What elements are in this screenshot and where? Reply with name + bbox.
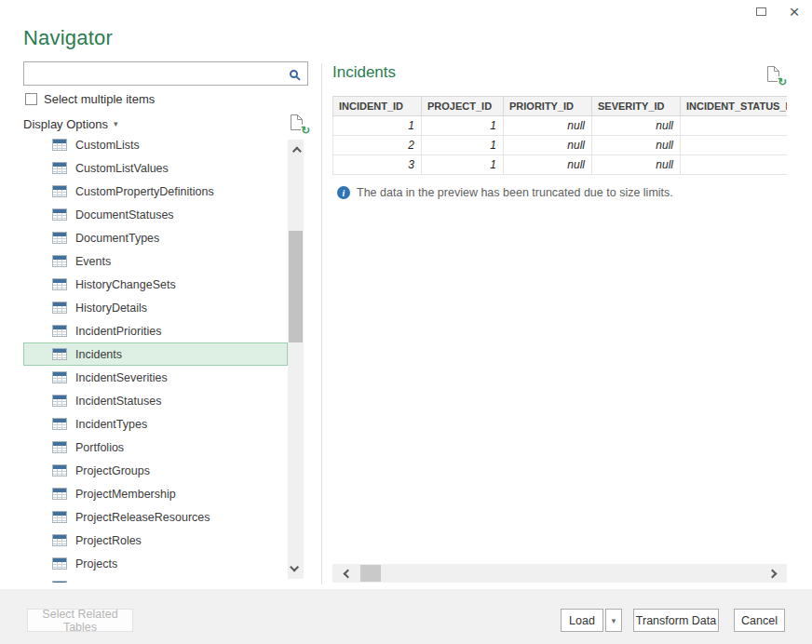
column-header[interactable]: SEVERITY_ID: [592, 97, 681, 116]
list-item-label: CustomPropertyDefinitions: [75, 185, 214, 198]
list-item[interactable]: Projects: [23, 552, 288, 575]
list-item-label: IncidentTypes: [75, 418, 147, 431]
preview-horizontal-scrollbar[interactable]: [332, 564, 787, 583]
preview-title: Incidents: [332, 63, 396, 82]
horizontal-scrollbar-thumb[interactable]: [360, 565, 381, 582]
table-icon: [52, 348, 67, 360]
list-item-label: IncidentStatuses: [75, 395, 161, 408]
list-item-label: ProjectGroups: [75, 464, 150, 477]
list-item-label: IncidentPriorities: [75, 325, 161, 338]
table-icon: [52, 232, 67, 244]
search-box: [23, 61, 308, 86]
search-icon[interactable]: [290, 70, 298, 78]
list-item[interactable]: HistoryDetails: [23, 296, 288, 319]
list-scrollbar[interactable]: [288, 140, 304, 579]
list-item[interactable]: IncidentSeverities: [23, 366, 288, 389]
refresh-icon[interactable]: ↻: [290, 114, 308, 134]
list-item[interactable]: ProjectMembership: [23, 482, 288, 505]
table-cell: 3: [333, 155, 422, 175]
table-cell: [681, 155, 788, 175]
table-row: 1 1 null null: [333, 116, 788, 136]
preview-refresh-icon[interactable]: ↻: [766, 65, 785, 86]
list-item[interactable]: IncidentTypes: [23, 412, 288, 436]
list-item-label: Incidents: [75, 348, 122, 361]
list-item-label: CustomLists: [75, 139, 140, 152]
table-cell: null: [592, 136, 681, 155]
list-item-label: Events: [75, 255, 111, 268]
list-item[interactable]: IncidentStatuses: [23, 389, 288, 412]
select-related-tables-button[interactable]: Select Related Tables: [27, 609, 133, 632]
display-options-label: Display Options: [23, 117, 108, 131]
table-cell: null: [504, 116, 592, 136]
table-icon: [52, 255, 67, 267]
list-item[interactable]: ProjectGroups: [23, 459, 288, 482]
scroll-left-button[interactable]: [338, 564, 357, 583]
list-item[interactable]: DocumentStatuses: [23, 203, 288, 226]
column-header[interactable]: PRIORITY_ID: [504, 97, 592, 116]
list-item[interactable]: Portfolios: [23, 436, 288, 459]
footer-bar: Select Related Tables Load ▾ Transform D…: [0, 589, 812, 644]
list-item-label: CustomListValues: [75, 162, 169, 175]
list-scrollbar-thumb[interactable]: [289, 231, 303, 342]
table-icon: [52, 488, 67, 500]
table-icon: [52, 162, 67, 174]
search-input[interactable]: [24, 62, 290, 85]
pane-divider: [321, 63, 322, 584]
select-multiple-row[interactable]: Select multiple items: [25, 92, 155, 106]
list-item[interactable]: DocumentTypes: [23, 226, 288, 249]
table-cell: null: [504, 155, 592, 175]
maximize-button[interactable]: [751, 1, 771, 21]
display-options-dropdown[interactable]: Display Options ▾: [23, 117, 118, 131]
select-multiple-checkbox[interactable]: [25, 93, 37, 105]
list-item-label: HistoryChangeSets: [75, 278, 176, 291]
list-item-label: DocumentTypes: [75, 232, 159, 245]
list-item-label: ProjectReleaseResources: [75, 511, 210, 524]
column-header[interactable]: INCIDENT_STATUS_ID: [681, 97, 788, 116]
table-cell: 1: [422, 155, 504, 175]
table-icon: [52, 395, 67, 407]
table-icon: [52, 139, 67, 151]
list-item[interactable]: Events: [23, 249, 288, 273]
refresh-arrows-icon: ↻: [301, 125, 310, 136]
list-item[interactable]: ProjectReleaseResources: [23, 505, 288, 529]
list-item-label: IncidentSeverities: [75, 371, 168, 384]
close-button[interactable]: ×: [784, 1, 805, 21]
navigator-dialog: × Navigator Select multiple items Displa…: [0, 0, 812, 644]
list-item[interactable]: CustomLists: [23, 137, 288, 156]
truncation-message: The data in the preview has been truncat…: [357, 186, 673, 199]
table-icon: [52, 185, 67, 197]
table-cell: [681, 116, 788, 136]
list-item[interactable]: IncidentPriorities: [23, 319, 288, 342]
maximize-icon: [756, 7, 766, 16]
table-icon: [52, 418, 67, 430]
list-item-selected[interactable]: Incidents: [23, 342, 288, 366]
close-icon: ×: [789, 3, 799, 20]
cancel-button[interactable]: Cancel: [734, 609, 785, 632]
transform-data-button[interactable]: Transform Data: [633, 609, 719, 632]
info-icon: i: [337, 186, 350, 199]
chevron-up-icon: [292, 147, 302, 156]
table-icon: [52, 464, 67, 476]
table-list: CustomLists CustomListValues CustomPrope…: [23, 137, 288, 583]
column-header[interactable]: INCIDENT_ID: [333, 97, 422, 116]
scroll-right-button[interactable]: [763, 564, 781, 583]
table-cell: null: [592, 155, 681, 175]
window-controls: ×: [751, 0, 805, 22]
load-button[interactable]: Load: [561, 609, 603, 632]
list-item[interactable]: HistoryChangeSets: [23, 273, 288, 296]
scroll-down-button[interactable]: [288, 559, 304, 575]
list-item[interactable]: CustomPropertyDefinitions: [23, 180, 288, 203]
column-header[interactable]: PROJECT_ID: [422, 97, 504, 116]
table-icon: [52, 208, 67, 221]
list-item-label: ProjectMembership: [75, 488, 176, 501]
table-icon: [52, 511, 67, 523]
list-item[interactable]: ProjectRoles: [23, 529, 288, 552]
list-item-partial[interactable]: [23, 575, 288, 583]
list-item[interactable]: CustomListValues: [23, 156, 288, 180]
preview-table: INCIDENT_ID PROJECT_ID PRIORITY_ID SEVER…: [332, 96, 787, 175]
table-icon: [52, 302, 67, 314]
load-dropdown-button[interactable]: ▾: [605, 609, 622, 632]
scroll-up-button[interactable]: [288, 143, 304, 159]
table-cell: 1: [422, 136, 504, 155]
list-item-label: ProjectRoles: [75, 534, 142, 547]
